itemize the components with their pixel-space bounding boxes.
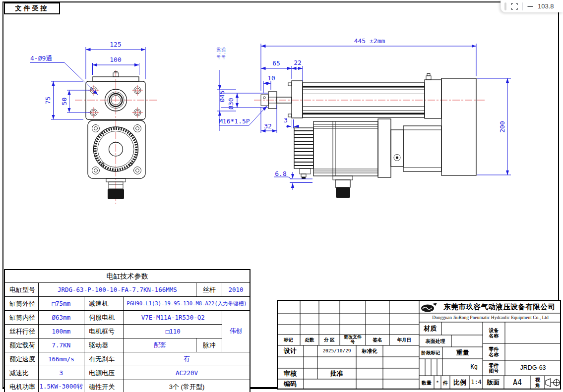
param-value: Ø63mm (38, 311, 84, 325)
rev-header-doc-no: 更改文件 号 (340, 335, 366, 345)
design-label: 设计 (277, 345, 304, 357)
toolbar-divider (522, 2, 523, 10)
param-label: 丝杆 (196, 283, 222, 297)
dia-30: Ø30 (227, 98, 235, 110)
design-date: 2025/10/29 (317, 345, 356, 357)
param-value: □75mm (38, 297, 84, 311)
param-value: V7E-M11A-1R530-Q2 (124, 311, 222, 325)
dim-22: 22 (294, 59, 302, 66)
stage-label: 阶段标记 (419, 347, 442, 359)
standardize-label: 标准化 (356, 345, 383, 357)
projection-symbol (545, 376, 561, 390)
part-no-value: JRDG-63 (505, 360, 561, 376)
front-view: 125 100 4-Ø9通 75 50 (30, 41, 157, 204)
param-value: 7.7KN (38, 338, 84, 352)
approve-label: 批准 (317, 368, 356, 379)
param-value: 166mm/s (38, 352, 84, 366)
param-label: 伺服电机 (84, 311, 124, 325)
qty-label: 数量 (419, 376, 434, 390)
title-block: 标记 处数 分 区 更改文件 号 签名 年月日 设计 2025/10/29 标准… (277, 300, 561, 390)
qty-star: * (434, 376, 441, 390)
toolbar-handle[interactable] (504, 2, 506, 10)
rev-header-zone: 分 区 (319, 335, 340, 345)
param-label: 缸筒外径 (4, 297, 38, 311)
param-value: □110 (124, 325, 222, 338)
code-label: 编码 (277, 379, 304, 390)
param-brand: 伟创 (222, 311, 250, 352)
dim-hole-spacing-v: 50 (61, 98, 68, 106)
fit-to-screen-icon[interactable] (510, 2, 518, 10)
weight-label: 重量 (442, 347, 483, 359)
stamp-label: 文件受控 (15, 4, 49, 13)
company-logo (421, 302, 438, 313)
param-value: 100mm (38, 325, 84, 338)
rev-header-signature: 签名 (366, 335, 389, 345)
param-label: 有无刹车 (84, 352, 124, 366)
params-table-title: 电缸技术参数 (4, 270, 250, 283)
side-view: 445 ±2mm 65 22 10 -0.10 -0.15 Ø45 Ø30 M1… (216, 37, 511, 198)
param-label: 电源电压 (84, 366, 124, 380)
material-label: 材质 (419, 322, 441, 335)
param-value: 配套 (124, 338, 196, 352)
param-label: 额定速度 (4, 352, 38, 366)
hole-callout: 4-Ø9通 (30, 55, 52, 62)
param-value: PGH90-L1(3)-19-95-130-M8-A22(入力带键槽) (124, 297, 250, 311)
dia-45-tol-upper: -0.10 (216, 47, 221, 60)
param-label: 额定载荷 (4, 338, 38, 352)
dim-10: 10 (267, 74, 275, 82)
front-motor-geometry (88, 120, 145, 199)
company-name-en: Dongguan JiuRong Pneumatic Hydraulic Equ… (420, 314, 561, 322)
dim-200: 200 (499, 121, 506, 132)
param-value: 2010 (222, 283, 250, 297)
viewer-toolbar: 103.8 (500, 0, 563, 12)
param-label: 减速机 (84, 297, 124, 311)
dim-hole-spacing-h: 100 (110, 56, 121, 63)
qty-unit: 件 (441, 376, 450, 390)
sheet-value: A4 (504, 376, 531, 390)
dim-flange-height: 75 (44, 97, 52, 105)
side-motor-geometry (294, 119, 441, 198)
drawing-sheet: 文件受控 (0, 0, 563, 392)
dim-flange-width: 125 (110, 41, 121, 48)
param-label: 驱动器 (84, 338, 124, 352)
param-label: 脉冲 (196, 338, 222, 352)
document-controlled-stamp: 文件受控 (4, 2, 60, 14)
company-name-cn: 东莞市玖容气动液压设备有限公司 (438, 301, 561, 313)
rod-thread-callout: M16*1.5P (219, 117, 250, 125)
rev-header-date: 年月日 (389, 335, 419, 345)
param-label: 减速比 (4, 366, 38, 380)
side-dimension-lines (217, 44, 511, 190)
dim-32: 32 (264, 122, 272, 130)
param-value: AC220V (124, 366, 250, 380)
params-table: 电缸技术参数 电缸型号 JRDG-63-P-100-10-FA-7.7KN-16… (4, 269, 250, 392)
rev-header-count: 处数 (300, 335, 319, 345)
param-label: 电机功率 (4, 380, 38, 392)
dia-45: Ø45 (218, 91, 226, 102)
param-label: 缸筒内径 (4, 311, 38, 325)
param-label: 磁性开关 (84, 380, 124, 392)
scale-value: 1:4 (470, 376, 483, 390)
zoom-out-icon[interactable] (527, 3, 534, 10)
param-label: 丝杆行径 (4, 325, 38, 338)
sheet-label: 版面 (483, 376, 504, 390)
param-value: 1.5KW-3000转 (38, 380, 84, 392)
view-angle-label: 视角 (531, 376, 545, 390)
param-label: 电缸型号 (4, 283, 38, 297)
dim-6-8: 6.8 (275, 170, 286, 177)
part-no-label: 零件图号 (483, 360, 505, 376)
param-value: 有 (124, 352, 250, 366)
param-value: 3个 (常开型) (124, 380, 250, 392)
part-name-label: 零件名称 (483, 343, 505, 360)
param-label: 电机框号 (84, 325, 124, 338)
scale-label: 比例 (450, 376, 470, 390)
rev-header-mark: 标记 (277, 335, 300, 345)
review-label: 审核 (277, 368, 304, 379)
dim-3: 3 (284, 116, 288, 124)
technical-drawing: 125 100 4-Ø9通 75 50 (0, 0, 563, 270)
param-value: 3 (38, 366, 84, 380)
dim-overall-length: 445 ±2mm (354, 37, 385, 45)
dia-45-tol-lower: -0.15 (221, 47, 226, 60)
device-name-label: 设备名称 (483, 322, 505, 343)
surface-label: 表面处理 (419, 335, 451, 347)
weight-unit: Kg (442, 359, 483, 376)
